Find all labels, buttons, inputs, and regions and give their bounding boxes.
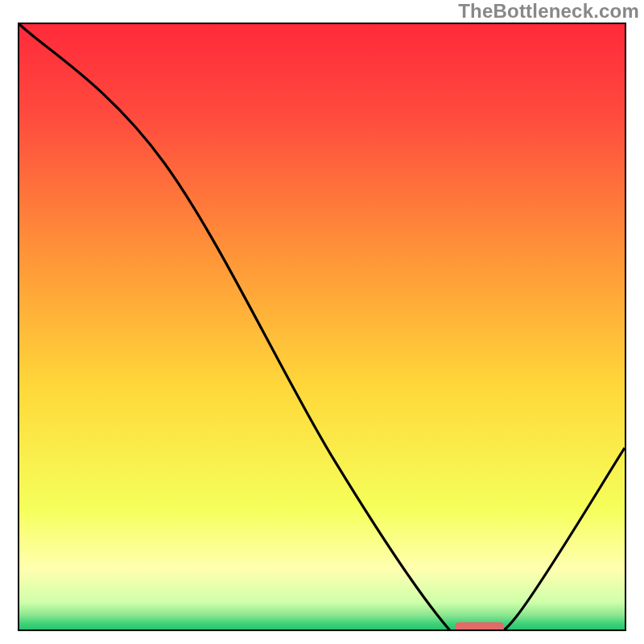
figure: TheBottleneck.com — [0, 0, 644, 644]
plot-area — [18, 23, 626, 631]
watermark-text: TheBottleneck.com — [458, 0, 639, 23]
plot-gradient-bg — [19, 24, 625, 630]
chart-svg — [19, 24, 625, 630]
optimal-marker — [455, 622, 503, 630]
